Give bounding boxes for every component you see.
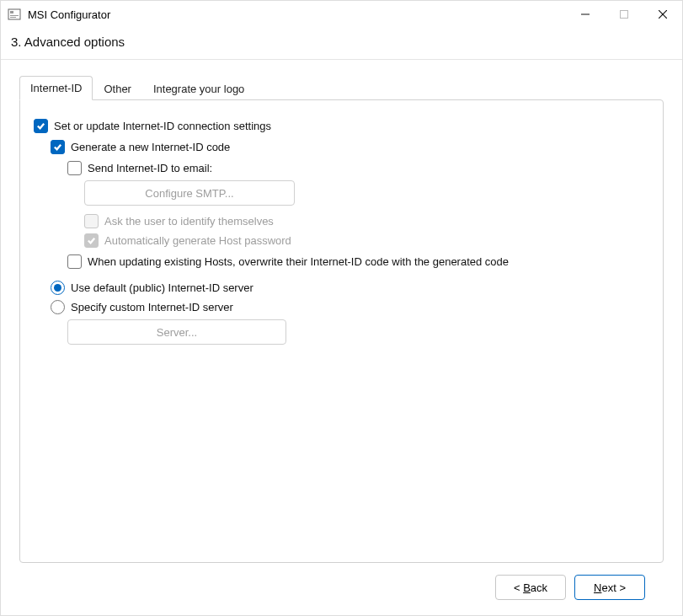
button-label: < Back	[514, 581, 547, 594]
tab-internet-id[interactable]: Internet-ID	[19, 76, 93, 100]
content: Internet-ID Other Integrate your logo Se…	[1, 60, 682, 615]
row-use-default: Use default (public) Internet-ID server	[51, 281, 649, 295]
next-button[interactable]: Next >	[574, 575, 645, 600]
row-auto-gen-pw: Automatically generate Host password	[84, 233, 649, 248]
button-label: Configure SMTP...	[145, 187, 233, 200]
footer: < Back Next >	[19, 563, 664, 615]
row-server-button: Server...	[67, 319, 649, 345]
row-send-email: Send Internet-ID to email:	[67, 161, 649, 175]
step-header: 3. Advanced options	[1, 28, 682, 60]
radio-use-default[interactable]	[51, 281, 65, 295]
label-specify-custom: Specify custom Internet-ID server	[71, 301, 233, 313]
row-configure-smtp: Configure SMTP...	[84, 180, 649, 206]
svg-rect-0	[8, 9, 20, 19]
row-overwrite: When updating existing Hosts, overwrite …	[67, 254, 649, 269]
checkbox-set-or-update[interactable]	[34, 119, 48, 133]
tab-other[interactable]: Other	[93, 77, 142, 100]
window-controls	[566, 1, 682, 28]
row-set-or-update: Set or update Internet-ID connection set…	[34, 119, 649, 133]
maximize-button	[605, 1, 643, 28]
button-label: Server...	[157, 326, 197, 339]
server-button: Server...	[67, 319, 286, 345]
tab-panel-internet-id: Set or update Internet-ID connection set…	[19, 99, 664, 563]
label-generate-new: Generate a new Internet-ID code	[71, 141, 230, 153]
checkbox-overwrite[interactable]	[67, 254, 82, 269]
back-button[interactable]: < Back	[495, 575, 566, 600]
checkbox-generate-new[interactable]	[51, 140, 65, 154]
tab-integrate-logo[interactable]: Integrate your logo	[142, 77, 255, 100]
minimize-button[interactable]	[566, 1, 605, 28]
svg-rect-2	[10, 15, 19, 16]
tab-label: Other	[104, 83, 131, 95]
radio-specify-custom[interactable]	[51, 300, 65, 314]
configure-smtp-button: Configure SMTP...	[84, 180, 295, 206]
label-send-email: Send Internet-ID to email:	[88, 162, 212, 174]
svg-rect-5	[621, 11, 628, 19]
label-auto-gen-pw: Automatically generate Host password	[104, 234, 291, 247]
checkbox-ask-identify	[84, 214, 99, 228]
button-label: Next >	[594, 581, 626, 594]
tab-label: Integrate your logo	[153, 83, 244, 95]
checkbox-auto-gen-pw	[84, 233, 99, 248]
label-set-or-update: Set or update Internet-ID connection set…	[54, 120, 271, 132]
close-button[interactable]	[643, 1, 682, 28]
label-overwrite: When updating existing Hosts, overwrite …	[88, 255, 509, 268]
tabstrip: Internet-ID Other Integrate your logo	[19, 75, 664, 99]
svg-rect-3	[10, 17, 16, 18]
label-ask-identify: Ask the user to identify themselves	[104, 215, 274, 228]
window-title: MSI Configurator	[28, 8, 110, 21]
row-ask-identify: Ask the user to identify themselves	[84, 214, 649, 228]
tab-label: Internet-ID	[30, 82, 82, 94]
window-root: MSI Configurator 3. Advanced options Int…	[0, 0, 683, 616]
app-icon	[8, 8, 21, 21]
row-specify-custom: Specify custom Internet-ID server	[51, 300, 649, 314]
svg-rect-1	[10, 11, 13, 13]
checkbox-send-email[interactable]	[67, 161, 82, 175]
titlebar: MSI Configurator	[1, 1, 682, 28]
row-generate-new: Generate a new Internet-ID code	[51, 140, 649, 154]
label-use-default: Use default (public) Internet-ID server	[71, 281, 253, 294]
